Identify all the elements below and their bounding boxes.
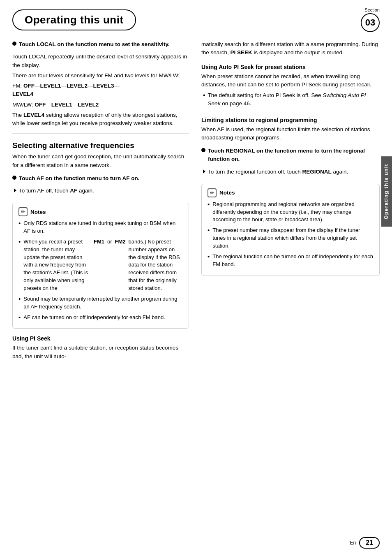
bullet-circle-icon-2 <box>12 176 16 180</box>
note-item: The preset number may disappear from the… <box>208 227 374 250</box>
auto-pi-bullet-text: The default setting for Auto PI Seek is … <box>208 91 380 108</box>
using-pi-body: If the tuner can't find a suitable stati… <box>12 344 189 361</box>
note-item: Sound may be temporarily interrupted by … <box>18 295 183 311</box>
note-item: Regional programming and regional networ… <box>208 201 374 224</box>
section-info: Section 03 <box>361 7 380 32</box>
left-column: Touch LOCAL on the function menu to set … <box>12 40 189 363</box>
notes-label-1: Notes <box>30 209 46 215</box>
auto-pi-body1: When preset stations cannot be recalled,… <box>201 72 380 89</box>
section-number-box: 03 <box>361 13 380 32</box>
page-title: Operating this unit <box>25 14 124 26</box>
footer-page-number: 21 <box>366 539 373 546</box>
touch-local-body1: Touch LOCAL repeatedly until the desired… <box>12 53 189 70</box>
divider-1 <box>12 133 189 134</box>
title-box: Operating this unit <box>12 9 136 30</box>
notes-icon-1: ✏ <box>18 207 28 216</box>
level4-desc: The LEVEL4 setting allows reception of o… <box>12 111 189 128</box>
limiting-heading: Limiting stations to regional programmin… <box>201 117 380 123</box>
section-number: 03 <box>365 17 375 28</box>
limiting-body: When AF is used, the regional function l… <box>201 125 380 142</box>
touch-regional-heading: Touch REGIONAL on the function menu to t… <box>208 148 365 162</box>
footer-page-box: 21 <box>359 537 380 549</box>
notes-list-2: Regional programming and regional networ… <box>208 201 374 269</box>
pi-seek-cont: matically search for a different station… <box>201 40 380 57</box>
notes-box-2: ✏ Notes Regional programming and regiona… <box>201 184 380 276</box>
note-item: AF can be turned on or off independently… <box>18 314 183 322</box>
bullet-square-icon-2 <box>203 169 205 174</box>
fm-levels: FM: OFF—LEVEL1—LEVEL2—LEVEL3—LEVEL4 <box>12 82 189 99</box>
notes-header-2: ✏ Notes <box>208 188 374 197</box>
touch-af-heading: Touch AF on the function menu to turn AF… <box>19 175 139 181</box>
main-content: Touch LOCAL on the function menu to set … <box>0 32 392 371</box>
touch-regional-off-text: To turn the regional function off, touch… <box>208 168 348 176</box>
right-column: matically search for a different station… <box>201 40 380 363</box>
touch-af-section: Touch AF on the function menu to turn AF… <box>12 174 189 197</box>
auto-pi-heading: Using Auto PI Seek for preset stations <box>201 64 380 70</box>
touch-local-section: Touch LOCAL on the function menu to set … <box>12 40 189 51</box>
bullet-circle-icon <box>12 42 16 46</box>
auto-pi-bullet-point: • The default setting for Auto PI Seek i… <box>203 91 380 110</box>
using-pi-heading: Using PI Seek <box>12 335 189 342</box>
touch-regional-off-bullet: To turn the regional function off, touch… <box>203 168 380 178</box>
bullet-circle-icon-3 <box>201 148 205 152</box>
notes-header-1: ✏ Notes <box>18 207 183 216</box>
notes-label-2: Notes <box>219 190 235 196</box>
page-footer: En 21 <box>350 537 380 549</box>
notes-list-1: Only RDS stations are tuned in during se… <box>18 220 183 321</box>
touch-af-off-bullet: To turn AF off, touch AF again. <box>14 187 189 197</box>
note-item: When you recall a preset station, the tu… <box>18 238 183 292</box>
selecting-alt-heading: Selecting alternative frequencies <box>12 141 189 150</box>
touch-af-off-text: To turn AF off, touch AF again. <box>19 187 94 195</box>
note-item: Only RDS stations are tuned in during se… <box>18 220 183 235</box>
touch-regional-section: Touch REGIONAL on the function menu to t… <box>201 147 380 178</box>
notes-icon-2: ✏ <box>208 188 217 197</box>
selecting-alt-body: When the tuner can't get good reception,… <box>12 153 189 169</box>
page-header: Operating this unit Section 03 <box>0 0 392 32</box>
touch-local-heading: Touch LOCAL on the function menu to set … <box>19 41 170 47</box>
touch-local-body2: There are four levels of sensitivity for… <box>12 72 189 80</box>
touch-regional-bullet-point: Touch REGIONAL on the function menu to t… <box>201 147 380 166</box>
notes-box-1: ✏ Notes Only RDS stations are tuned in d… <box>12 203 189 329</box>
footer-lang: En <box>350 540 356 546</box>
bullet-square-icon <box>14 188 16 192</box>
note-item: The regional function can be turned on o… <box>208 253 374 269</box>
bullet-dot-icon: • <box>203 91 205 99</box>
side-tab: Operating this unit <box>381 156 392 227</box>
section-label: Section <box>364 7 380 12</box>
touch-af-bullet-point: Touch AF on the function menu to turn AF… <box>12 174 189 185</box>
mwlw-levels: MW/LW: OFF—LEVEL1—LEVEL2 <box>12 101 189 109</box>
